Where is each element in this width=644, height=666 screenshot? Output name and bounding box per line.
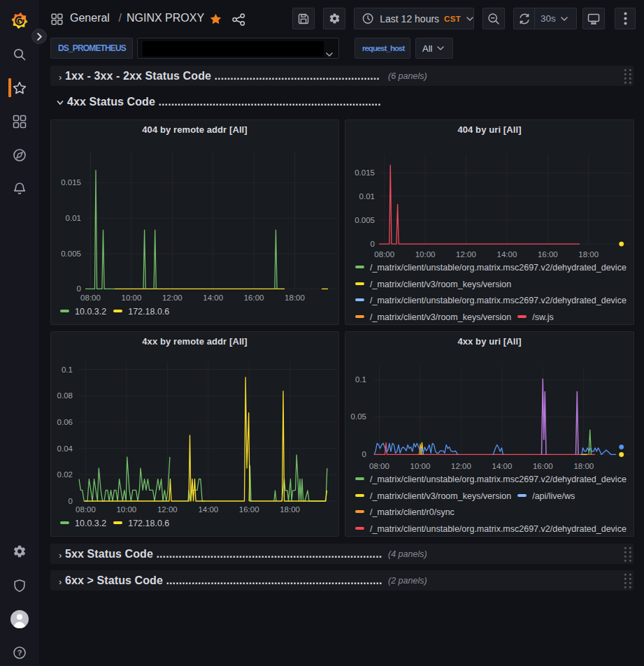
svg-text:14:00: 14:00 (198, 505, 218, 514)
svg-text:10:00: 10:00 (116, 505, 136, 514)
svg-text:18:00: 18:00 (285, 294, 305, 302)
svg-text:08:00: 08:00 (80, 294, 101, 302)
svg-text:12:00: 12:00 (456, 250, 476, 259)
svg-text:14:00: 14:00 (497, 250, 517, 259)
svg-text:0: 0 (77, 284, 81, 293)
svg-text:18:00: 18:00 (280, 505, 300, 514)
svg-text:18:00: 18:00 (573, 462, 594, 470)
svg-text:08:00: 08:00 (369, 462, 389, 470)
svg-text:0.1: 0.1 (62, 365, 73, 374)
svg-text:0.04: 0.04 (57, 444, 73, 453)
svg-text:0: 0 (371, 240, 375, 248)
svg-text:0.02: 0.02 (57, 470, 73, 479)
svg-text:12:00: 12:00 (162, 294, 183, 302)
svg-text:18:00: 18:00 (578, 250, 599, 259)
svg-text:0: 0 (362, 450, 366, 458)
svg-text:10:00: 10:00 (410, 462, 431, 470)
svg-text:08:00: 08:00 (76, 505, 96, 514)
svg-text:16:00: 16:00 (538, 250, 558, 259)
svg-text:0.005: 0.005 (61, 249, 81, 258)
svg-text:0.01: 0.01 (66, 214, 81, 222)
svg-text:0.015: 0.015 (61, 178, 81, 187)
svg-text:16:00: 16:00 (239, 505, 259, 514)
svg-text:08:00: 08:00 (374, 250, 394, 259)
svg-text:14:00: 14:00 (492, 462, 513, 470)
svg-text:10:00: 10:00 (415, 250, 436, 259)
svg-text:10:00: 10:00 (122, 294, 142, 302)
svg-text:0.005: 0.005 (355, 216, 375, 224)
svg-text:16:00: 16:00 (533, 462, 553, 470)
svg-text:0.08: 0.08 (57, 391, 73, 400)
svg-text:0.015: 0.015 (355, 168, 375, 177)
svg-text:0.01: 0.01 (359, 192, 375, 201)
svg-text:0.06: 0.06 (57, 418, 73, 426)
svg-text:0.1: 0.1 (355, 375, 366, 384)
svg-text:?: ? (17, 649, 22, 657)
svg-text:14:00: 14:00 (203, 294, 223, 302)
svg-text:0: 0 (69, 497, 73, 505)
svg-text:12:00: 12:00 (157, 505, 178, 514)
svg-text:16:00: 16:00 (244, 294, 264, 302)
svg-text:12:00: 12:00 (451, 462, 471, 470)
svg-text:0.05: 0.05 (351, 412, 366, 421)
